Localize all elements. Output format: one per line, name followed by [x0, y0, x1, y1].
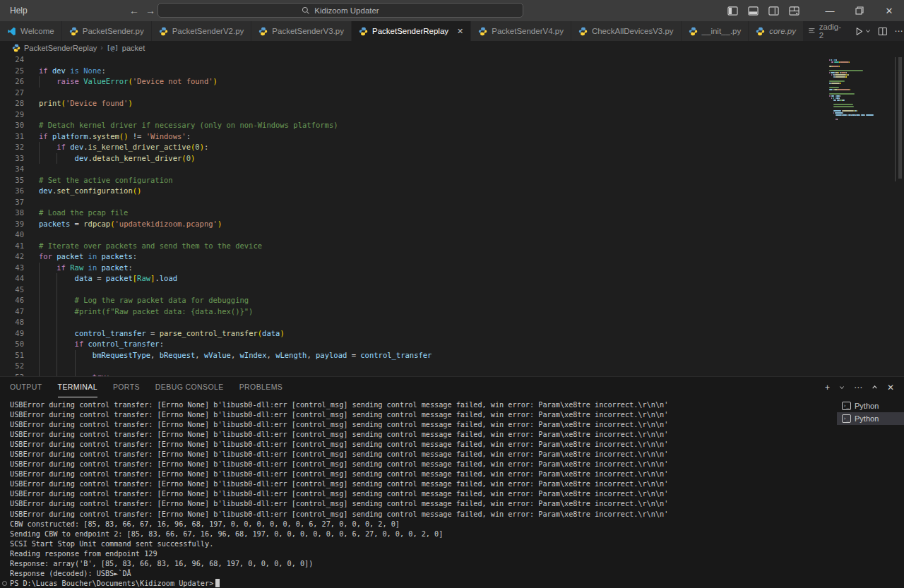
minimap-line [839, 66, 840, 67]
code-line-29: 29 [0, 109, 826, 121]
new-terminal-icon[interactable]: + [825, 383, 830, 392]
line-text: try: [39, 372, 110, 377]
toggle-panel-icon[interactable] [748, 6, 759, 16]
toggle-secondary-sidebar-icon[interactable] [768, 6, 779, 16]
code-line-41: 41# Iterate over packets and send them t… [0, 241, 826, 252]
maximize-panel-icon[interactable] [872, 384, 878, 390]
code-line-44: 44 data = packet[Raw].load [0, 273, 826, 284]
panel-tab-ports[interactable]: PORTS [113, 377, 140, 397]
indent-guide [39, 153, 40, 164]
editor-scrollbar[interactable] [898, 57, 902, 179]
restore-icon [855, 6, 864, 15]
panel-tab-output[interactable]: OUTPUT [10, 377, 42, 397]
run-python-file-button[interactable] [855, 27, 871, 36]
line-number: 37 [0, 197, 24, 208]
customize-layout-icon[interactable] [789, 6, 799, 16]
split-editor-icon[interactable] [878, 26, 888, 37]
indent-guide [56, 350, 57, 361]
tab-label: Welcome [20, 27, 54, 35]
minimap-line [829, 80, 845, 82]
more-actions-icon[interactable]: ⋯ [894, 26, 903, 36]
indent-guide [39, 295, 40, 306]
minimap-line [833, 100, 835, 101]
panel-tab-problems[interactable]: PROBLEMS [239, 377, 283, 397]
forward-icon[interactable]: → [145, 5, 155, 16]
breadcrumb: PacketSenderReplay › [@] packet [0, 41, 904, 54]
breadcrumb-symbol[interactable]: packet [122, 44, 145, 52]
indent-guide [39, 273, 40, 284]
close-window-button[interactable]: ✕ [874, 0, 904, 21]
search-icon [302, 6, 310, 15]
indent-guide [39, 263, 40, 274]
tab-checkalldevicesv3-py[interactable]: CheckAllDevicesV3.py [571, 21, 682, 41]
code-line-25: 25if dev is None: [0, 66, 826, 77]
line-number: 53 [0, 372, 24, 377]
line-text: packets = rdpcap('updatekidizoom.pcapng'… [39, 219, 222, 230]
minimap-line [841, 72, 845, 73]
terminal-cursor[interactable] [215, 579, 220, 587]
code-line-39: 39packets = rdpcap('updatekidizoom.pcapn… [0, 219, 826, 230]
panel-more-actions-icon[interactable]: ⋯ [854, 383, 862, 392]
line-number: 51 [0, 350, 24, 361]
minimap-line [850, 89, 850, 90]
tab-packetsenderv4-py[interactable]: PacketSenderV4.py [471, 21, 571, 41]
code-line-45: 45 [0, 284, 826, 296]
minimap-line [835, 114, 842, 116]
tab-packetsenderreplay[interactable]: PacketSenderReplay✕ [352, 21, 471, 41]
tab-packetsenderv3-py[interactable]: PacketSenderV3.py [251, 21, 352, 41]
terminal-process-item[interactable]: ›_Python [837, 400, 904, 412]
line-number: 49 [0, 328, 24, 340]
panel-tab-debug-console[interactable]: DEBUG CONSOLE [155, 377, 224, 397]
line-text: for packet in packets: [39, 251, 137, 263]
tab-label: CheckAllDevicesV3.py [592, 27, 674, 35]
command-decoration-icon[interactable] [2, 581, 7, 586]
code-line-38: 38# Load the pcap file [0, 208, 826, 219]
minimap-line [840, 83, 840, 84]
indent-guide [39, 317, 40, 328]
chevron-down-icon [865, 28, 871, 34]
indent-guide [56, 153, 57, 164]
menu-help[interactable]: Help [4, 3, 33, 18]
code-editor[interactable]: 2425if dev is None:26 raise ValueError('… [0, 54, 904, 376]
terminal-output[interactable]: USBError during control transfer: [Errno… [0, 397, 837, 588]
back-icon[interactable]: ← [129, 5, 139, 16]
restore-button[interactable] [845, 0, 874, 21]
indent-guide [56, 372, 57, 377]
minimap-line [833, 110, 842, 112]
line-number: 38 [0, 208, 24, 219]
line-number: 25 [0, 66, 24, 77]
terminal-process-item[interactable]: ›_Python [837, 412, 904, 425]
tab-__init__-py[interactable]: __init__.py [682, 21, 749, 41]
terminal-profile-chevron-icon[interactable] [839, 385, 845, 390]
minimap-line [835, 112, 843, 114]
code-line-27: 27 [0, 88, 826, 99]
line-number: 31 [0, 131, 24, 143]
tab-packetsenderv2-py[interactable]: PacketSenderV2.py [152, 21, 252, 41]
code-line-53: 53 try: [0, 372, 826, 377]
minimap-line [835, 76, 845, 78]
line-number: 44 [0, 273, 24, 284]
minimize-button[interactable]: ― [815, 0, 845, 21]
code-line-32: 32 if dev.is_kernel_driver_active(0): [0, 142, 826, 153]
panel-tab-terminal[interactable]: TERMINAL [58, 377, 97, 397]
tab-welcome[interactable]: Welcome [0, 21, 62, 41]
command-center-search[interactable]: Kidizoom Updater [157, 3, 523, 18]
tab-zadig-2[interactable]: zadig-2 [804, 23, 848, 40]
minimap-line [847, 114, 848, 116]
toggle-primary-sidebar-icon[interactable] [727, 6, 738, 16]
terminal-line: USBError during control transfer: [Errno… [10, 450, 837, 460]
title-bar: Help ← → Kidizoom Updater [0, 0, 904, 21]
breadcrumb-file[interactable]: PacketSenderReplay [24, 44, 97, 52]
minimap[interactable] [829, 57, 896, 373]
tab-core-py[interactable]: core.py [749, 21, 804, 41]
close-panel-icon[interactable]: ✕ [887, 383, 894, 392]
terminal-line: USBError during control transfer: [Errno… [10, 479, 837, 489]
code-line-51: 51 bmRequestType, bRequest, wValue, wInd… [0, 350, 826, 361]
close-tab-icon[interactable]: ✕ [457, 27, 463, 36]
minimap-line [838, 89, 850, 90]
line-text: if Raw in packet: [39, 263, 133, 274]
line-text: if control_transfer: [39, 339, 164, 350]
minimap-line [829, 70, 863, 71]
tab-packetsender-py[interactable]: PacketSender.py [62, 21, 152, 41]
indent-guide [56, 284, 57, 296]
